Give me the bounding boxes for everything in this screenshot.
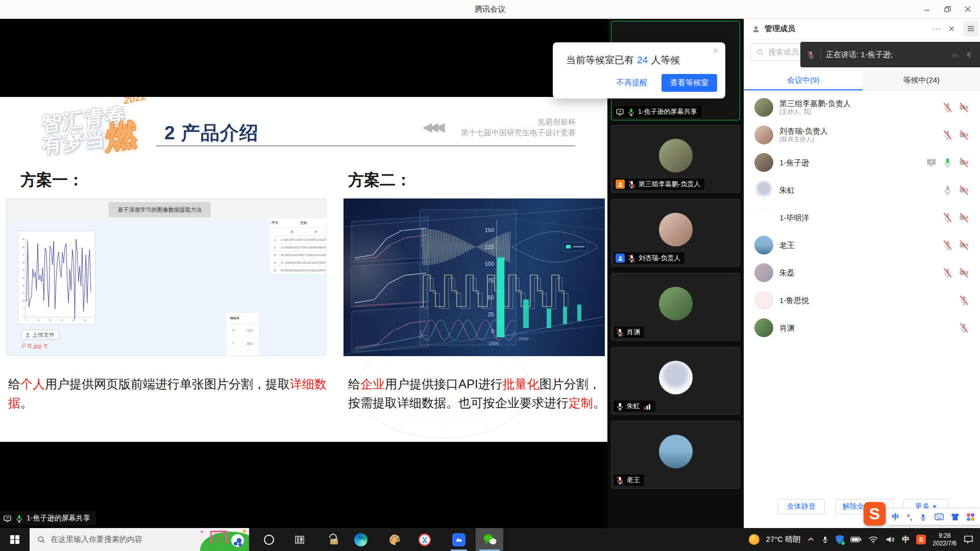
host-badge-icon xyxy=(616,180,625,189)
waiting-room-popup: × 当前等候室已有24人等候 不再提醒 查看等候室 xyxy=(553,42,725,98)
panel-more-icon[interactable]: ··· xyxy=(932,24,941,34)
cortana-icon[interactable] xyxy=(257,528,281,551)
member-row[interactable]: 肖渊 xyxy=(744,314,980,341)
video-thumbnail[interactable]: 朱虹 xyxy=(611,347,740,415)
highlight-text: 定制 xyxy=(569,396,593,410)
camera-off-icon[interactable] xyxy=(959,267,969,278)
member-name: 朱磊 xyxy=(779,268,936,278)
toolbox-icon[interactable] xyxy=(967,513,974,521)
wechat-app-icon[interactable] xyxy=(476,528,503,551)
task-view-icon[interactable] xyxy=(288,528,311,551)
member-row[interactable]: 1-焦子逊 xyxy=(744,148,980,176)
action-center-icon[interactable] xyxy=(963,535,974,544)
tencent-meeting-app-icon[interactable] xyxy=(447,528,471,551)
tray-mic-icon[interactable] xyxy=(821,535,829,544)
toast-logo-icon[interactable] xyxy=(949,49,961,60)
tab-waiting[interactable]: 等候中(24) xyxy=(863,71,980,90)
svg-text:0: 0 xyxy=(491,328,494,334)
ime-mode-toggle[interactable]: 中 xyxy=(892,512,899,522)
uploaded-file[interactable]: f1.jpg xyxy=(21,343,48,349)
security-shield-icon[interactable] xyxy=(836,535,844,544)
start-button[interactable] xyxy=(0,528,30,551)
camera-off-icon[interactable] xyxy=(959,185,969,195)
camera-off-icon[interactable] xyxy=(959,240,969,251)
mic-muted-icon[interactable] xyxy=(942,267,953,278)
member-row[interactable]: 刘杏瑞-负责人(联席主持人) xyxy=(744,121,980,148)
svg-text:72: 72 xyxy=(22,254,24,256)
clock[interactable]: 9:28 2022/7/6 xyxy=(933,532,957,547)
camera-off-icon[interactable] xyxy=(959,102,969,113)
camera-off-icon[interactable] xyxy=(959,212,969,223)
paint-app-icon[interactable] xyxy=(383,528,406,551)
jump-to-speaker-icon[interactable] xyxy=(964,49,974,60)
minimize-button[interactable] xyxy=(917,0,937,18)
popup-close-icon[interactable]: × xyxy=(713,45,719,57)
mic-active-icon[interactable] xyxy=(942,157,953,168)
wifi-icon[interactable] xyxy=(868,536,878,543)
close-icon[interactable] xyxy=(958,0,978,18)
mic-white-icon xyxy=(616,402,624,411)
window-title: 腾讯会议 xyxy=(0,0,980,18)
panel-close-icon[interactable]: × xyxy=(948,23,954,35)
screen-share-icon xyxy=(3,514,12,523)
voice-input-icon[interactable] xyxy=(919,513,927,521)
volume-icon[interactable] xyxy=(885,535,895,544)
member-row[interactable]: 朱虹 xyxy=(744,176,980,204)
screenshot-app-icon[interactable] xyxy=(413,528,436,551)
soft-keyboard-icon[interactable] xyxy=(935,513,944,520)
hidden-icons-chevron[interactable] xyxy=(807,536,815,543)
mic-muted-white-icon xyxy=(616,328,624,337)
camera-off-icon[interactable] xyxy=(959,157,969,168)
table-cell: 0.18961387120583795 xyxy=(280,236,304,244)
popup-text-prefix: 当前等候室已有 xyxy=(566,55,634,65)
svg-text:36: 36 xyxy=(22,284,24,287)
mic-muted-icon[interactable] xyxy=(959,322,969,333)
restore-button[interactable] xyxy=(937,0,958,18)
member-row[interactable]: 第三组李嘉鹏-负责人(主持人, 我) xyxy=(744,93,980,121)
svg-text:45: 45 xyxy=(22,277,24,279)
mic-muted-icon[interactable] xyxy=(942,212,953,223)
svg-text:63: 63 xyxy=(22,261,24,264)
punctuation-toggle[interactable]: °, xyxy=(907,513,912,521)
video-thumbnail[interactable]: 肖渊 xyxy=(611,273,740,341)
lock-app-icon[interactable] xyxy=(322,528,346,551)
mic-muted-icon[interactable] xyxy=(942,240,953,251)
mic-muted-icon[interactable] xyxy=(942,102,953,113)
mute-all-button[interactable]: 全体静音 xyxy=(778,499,825,514)
camera-off-icon[interactable] xyxy=(959,130,969,140)
taskbar-search[interactable]: 在这里输入你要搜索的内容 xyxy=(30,528,249,551)
highlight-text: 企业 xyxy=(360,377,385,391)
avatar xyxy=(659,287,693,320)
member-name: 肖渊 xyxy=(779,323,952,333)
mic-muted-icon[interactable] xyxy=(806,51,815,59)
member-row[interactable]: 朱磊 xyxy=(744,259,980,286)
member-row[interactable]: 1-鲁思悦 xyxy=(744,286,980,314)
webapp-tab: 基于深度学习的图像数据提取方法 xyxy=(109,202,211,217)
ime-indicator[interactable]: 中 xyxy=(902,535,910,544)
sogou-tray-icon[interactable]: S xyxy=(916,535,926,544)
upload-button[interactable]: 上传文件 xyxy=(21,330,59,340)
battery-icon[interactable] xyxy=(850,536,862,543)
video-thumbnail[interactable]: 老王 xyxy=(611,421,740,489)
member-row[interactable]: 老王 xyxy=(744,231,980,259)
weather-text[interactable]: 27°C 晴朗 xyxy=(766,535,801,544)
screen-share-icon[interactable] xyxy=(926,157,937,168)
video-thumbnail[interactable]: 第三组李嘉鹏-负责人 xyxy=(611,125,740,193)
member-row[interactable]: 1-毕明洋 xyxy=(744,204,980,231)
table-cell: 80.62702475780076 xyxy=(304,259,327,267)
sogou-logo[interactable]: S xyxy=(864,502,886,525)
view-waiting-room-button[interactable]: 查看等候室 xyxy=(662,74,717,92)
weather-icon[interactable] xyxy=(749,534,760,545)
video-thumbnail[interactable]: 刘杏瑞-负责人 xyxy=(611,199,740,267)
mic-muted-icon[interactable] xyxy=(959,295,969,306)
mic-icon[interactable] xyxy=(942,185,953,195)
signal-icon xyxy=(643,402,651,411)
dismiss-button[interactable]: 不再提醒 xyxy=(617,78,647,88)
mic-muted-icon[interactable] xyxy=(942,130,953,140)
edge-browser-icon[interactable] xyxy=(349,528,373,551)
plan1-heading: 方案一： xyxy=(20,169,84,191)
skin-icon[interactable] xyxy=(951,513,959,520)
member-list: 第三组李嘉鹏-负责人(主持人, 我)刘杏瑞-负责人(联席主持人)1-焦子逊朱虹1… xyxy=(744,93,980,341)
hamburger-menu-icon[interactable] xyxy=(963,21,978,36)
tab-in-meeting[interactable]: 会议中(9) xyxy=(744,71,863,90)
